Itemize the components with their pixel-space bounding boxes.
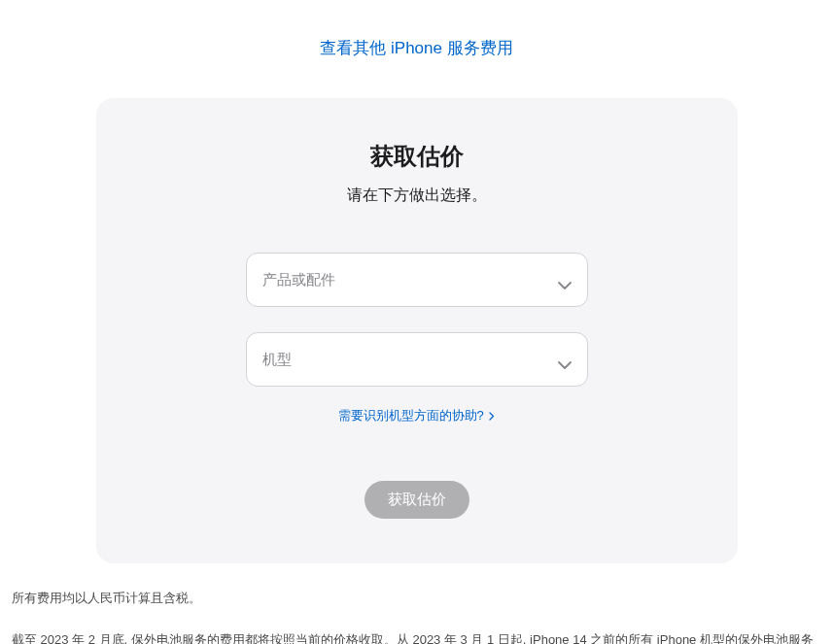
estimate-card: 获取估价 请在下方做出选择。 产品或配件 机型 需要识别机型方面的协助? [96, 98, 738, 563]
model-select-placeholder: 机型 [262, 351, 292, 369]
card-title: 获取估价 [135, 141, 699, 172]
other-iphone-fees-link[interactable]: 查看其他 iPhone 服务费用 [320, 39, 512, 57]
help-link-wrapper: 需要识别机型方面的协助? [135, 406, 699, 424]
help-link-text: 需要识别机型方面的协助? [338, 408, 484, 423]
footer-note-price-increase: 截至 2023 年 2 月底, 保外电池服务的费用都将按照当前的价格收取。从 2… [12, 628, 821, 644]
get-estimate-button[interactable]: 获取估价 [364, 481, 469, 519]
footer-notes: 所有费用均以人民币计算且含税。 截至 2023 年 2 月底, 保外电池服务的费… [10, 563, 823, 644]
chevron-down-icon [558, 276, 572, 284]
model-select-wrapper: 机型 [246, 332, 588, 387]
chevron-right-icon [489, 409, 495, 424]
model-select[interactable]: 机型 [246, 332, 588, 387]
card-subtitle: 请在下方做出选择。 [135, 186, 699, 206]
identify-model-help-link[interactable]: 需要识别机型方面的协助? [338, 408, 496, 423]
product-select-wrapper: 产品或配件 [246, 253, 588, 307]
footer-note-currency: 所有费用均以人民币计算且含税。 [12, 587, 821, 611]
product-select-placeholder: 产品或配件 [262, 271, 335, 289]
top-link-wrapper: 查看其他 iPhone 服务费用 [10, 37, 823, 59]
product-select[interactable]: 产品或配件 [246, 253, 588, 307]
chevron-down-icon [558, 356, 572, 363]
